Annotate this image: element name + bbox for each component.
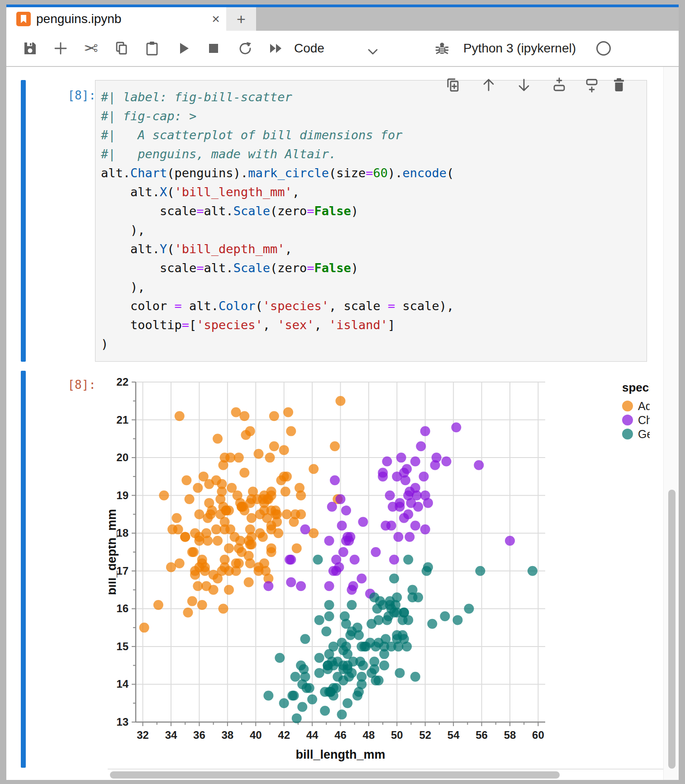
code-line: alt.X('bill_length_mm', (101, 183, 647, 202)
debugger-button[interactable] (431, 37, 453, 60)
horizontal-scrollbar[interactable] (110, 771, 560, 779)
code-line: alt.Chart(penguins).mark_circle(size=60)… (101, 164, 647, 183)
svg-text:13: 13 (116, 716, 128, 728)
code-line: #| penguins, made with Altair. (101, 145, 647, 164)
code-line: #| fig-cap: > (101, 107, 647, 126)
code-cell-input[interactable]: #| label: fig-bill-scatter#| fig-cap: >#… (95, 80, 647, 362)
output-prompt: [8]: (46, 378, 96, 392)
insert-cell-below-button[interactable] (582, 75, 602, 95)
code-line: color = alt.Color('species', scale = sca… (101, 297, 647, 316)
code-line: scale=alt.Scale(zero=False) (101, 202, 647, 221)
add-cell-button[interactable] (49, 37, 72, 60)
svg-text:44: 44 (306, 729, 319, 741)
svg-text:36: 36 (193, 729, 205, 741)
close-tab-icon[interactable]: × (205, 7, 226, 31)
duplicate-cell-icon (445, 77, 461, 93)
svg-text:40: 40 (250, 729, 262, 741)
cell-type-dropdown-arrow[interactable] (362, 41, 384, 63)
insert-cell-above-button[interactable] (549, 75, 569, 95)
svg-text:48: 48 (363, 729, 375, 741)
delete-cell-button[interactable] (609, 75, 629, 95)
svg-text:15: 15 (116, 640, 128, 652)
insert-above-icon (551, 77, 567, 93)
vertical-scrollbar[interactable] (668, 490, 675, 769)
svg-text:20: 20 (116, 451, 128, 463)
code-editor[interactable]: #| label: fig-bill-scatter#| fig-cap: >#… (95, 80, 647, 354)
paste-cells-button[interactable] (141, 37, 163, 60)
svg-text:22: 22 (116, 376, 128, 388)
save-button[interactable] (19, 37, 41, 60)
svg-text:56: 56 (476, 729, 488, 741)
legend-label: Chinstrap (638, 414, 650, 426)
insert-below-icon (584, 77, 600, 93)
svg-text:14: 14 (116, 678, 128, 690)
cell-type-value: Code (294, 41, 324, 56)
new-tab-button[interactable]: + (226, 7, 256, 31)
code-line: tooltip=['species', 'sex', 'island'] (101, 316, 647, 335)
code-line: #| A scatterplot of bill dimensions for (101, 126, 647, 145)
jupyterlab-window: penguins.ipynb × + ✂ (6, 5, 679, 780)
kernel-status-indicator (592, 37, 615, 60)
legend-swatch (622, 401, 633, 411)
arrow-down-icon (516, 77, 532, 93)
chevron-down-icon (367, 48, 379, 56)
kernel-name-label: Python 3 (ipykernel) (463, 41, 576, 56)
clipboard-icon (144, 41, 160, 56)
svg-text:50: 50 (391, 729, 403, 741)
svg-text:42: 42 (278, 729, 290, 741)
input-prompt: [8]: (46, 89, 96, 102)
arrow-up-icon (480, 77, 497, 93)
code-line: alt.Y('bill_depth_mm', (101, 240, 647, 259)
input-collapser[interactable] (21, 80, 26, 362)
scissors-icon: ✂ (84, 38, 98, 58)
kernel-idle-circle-icon (595, 40, 612, 57)
tab-bar: penguins.ipynb × + (6, 7, 679, 31)
duplicate-cell-button[interactable] (443, 75, 463, 95)
code-line: ), (101, 278, 647, 297)
next-cell-divider (108, 769, 665, 770)
legend-swatch (622, 415, 633, 425)
svg-text:52: 52 (419, 729, 431, 741)
move-cell-up-button[interactable] (479, 75, 499, 95)
svg-text:32: 32 (137, 729, 149, 741)
svg-text:46: 46 (334, 729, 347, 741)
svg-text:34: 34 (165, 729, 177, 741)
legend-label: Gentoo (638, 428, 650, 440)
copy-icon (114, 41, 129, 56)
svg-text:60: 60 (532, 729, 544, 741)
svg-text:16: 16 (116, 602, 128, 614)
svg-text:58: 58 (504, 729, 516, 741)
kernel-name[interactable]: Python 3 (ipykernel) (463, 31, 576, 66)
code-line: scale=alt.Scale(zero=False) (101, 259, 647, 278)
plus-icon (53, 41, 68, 56)
notebook-icon (16, 12, 31, 26)
scatter-chart-output[interactable]: 3234363840424446485052545658601314151617… (109, 362, 650, 771)
vega-scatterplot[interactable]: 3234363840424446485052545658601314151617… (109, 362, 650, 769)
code-line: ) (101, 335, 647, 354)
move-cell-down-button[interactable] (514, 75, 534, 95)
svg-text:21: 21 (116, 414, 128, 426)
notebook-toolbar: ✂ (6, 31, 679, 67)
restart-run-all-button[interactable] (265, 37, 287, 60)
svg-text:bill_length_mm: bill_length_mm (295, 748, 385, 761)
svg-text:bill_depth_mm: bill_depth_mm (109, 509, 119, 595)
fast-forward-icon (268, 41, 284, 56)
svg-text:19: 19 (116, 489, 128, 501)
tab-title: penguins.ipynb (36, 12, 121, 26)
legend-swatch (622, 429, 633, 439)
stop-kernel-button[interactable] (202, 37, 225, 60)
tab-penguins-ipynb[interactable]: penguins.ipynb × (6, 7, 226, 31)
svg-text:54: 54 (447, 729, 460, 741)
run-cell-button[interactable] (172, 37, 195, 60)
restart-kernel-button[interactable] (234, 37, 257, 60)
trash-icon (611, 77, 627, 93)
stop-icon (206, 41, 221, 56)
output-collapser[interactable] (21, 371, 26, 768)
cell-type-dropdown[interactable]: Code (294, 31, 324, 66)
legend-title: species (622, 381, 650, 394)
copy-cells-button[interactable] (110, 37, 133, 60)
code-line: ), (101, 221, 647, 240)
run-icon (176, 41, 191, 56)
cut-cells-button[interactable]: ✂ (80, 37, 102, 60)
bug-icon (434, 41, 450, 56)
